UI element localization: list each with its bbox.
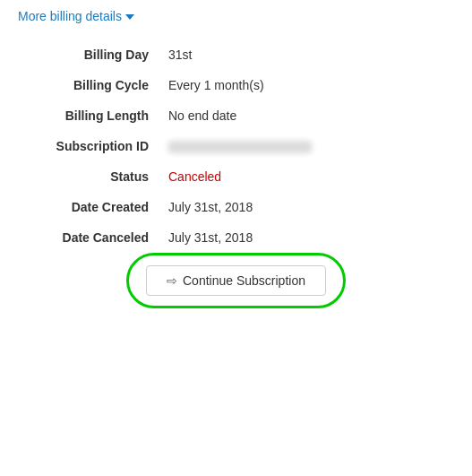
field-value: No end date: [161, 100, 454, 131]
field-value: 31st: [161, 39, 454, 70]
more-billing-details-link[interactable]: More billing details: [18, 9, 134, 23]
table-row: Date Canceled July 31st, 2018: [18, 222, 454, 253]
billing-info-table: Billing Day 31st Billing Cycle Every 1 m…: [18, 39, 454, 253]
subscription-id-blurred: [168, 141, 312, 153]
table-row: Subscription ID: [18, 131, 454, 161]
table-row: Billing Day 31st: [18, 39, 454, 70]
field-label: Billing Day: [18, 39, 161, 70]
field-value: Every 1 month(s): [161, 70, 454, 100]
table-row: Billing Length No end date: [18, 100, 454, 131]
more-billing-label: More billing details: [18, 9, 122, 23]
field-label: Billing Length: [18, 100, 161, 131]
arrow-icon: ⇨: [167, 273, 177, 288]
status-value: Canceled: [161, 161, 454, 192]
continue-button-wrapper: ⇨ Continue Subscription: [146, 265, 326, 296]
field-label: Date Canceled: [18, 222, 161, 253]
field-label: Subscription ID: [18, 131, 161, 161]
field-label: Date Created: [18, 192, 161, 222]
continue-button-row: ⇨ Continue Subscription: [18, 265, 454, 296]
field-value: July 31st, 2018: [161, 222, 454, 253]
continue-subscription-label: Continue Subscription: [183, 273, 305, 288]
status-badge: Canceled: [168, 169, 221, 184]
subscription-id-value: [161, 131, 454, 161]
continue-subscription-button[interactable]: ⇨ Continue Subscription: [146, 265, 326, 296]
chevron-down-icon: [125, 14, 134, 20]
field-value: July 31st, 2018: [161, 192, 454, 222]
field-label: Status: [18, 161, 161, 192]
field-label: Billing Cycle: [18, 70, 161, 100]
table-row: Status Canceled: [18, 161, 454, 192]
table-row: Billing Cycle Every 1 month(s): [18, 70, 454, 100]
table-row: Date Created July 31st, 2018: [18, 192, 454, 222]
billing-details-container: More billing details Billing Day 31st Bi…: [0, 0, 472, 314]
